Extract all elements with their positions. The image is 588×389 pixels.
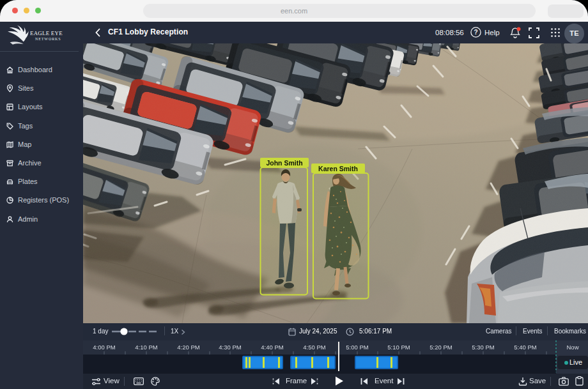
- svg-text:Karen Smith: Karen Smith: [318, 165, 358, 172]
- svg-text:John Smith: John Smith: [266, 159, 302, 167]
- svg-text:NETWORKS: NETWORKS: [35, 37, 61, 41]
- svg-text:?: ?: [474, 29, 477, 36]
- svg-text:EAGLE EYE: EAGLE EYE: [30, 30, 63, 36]
